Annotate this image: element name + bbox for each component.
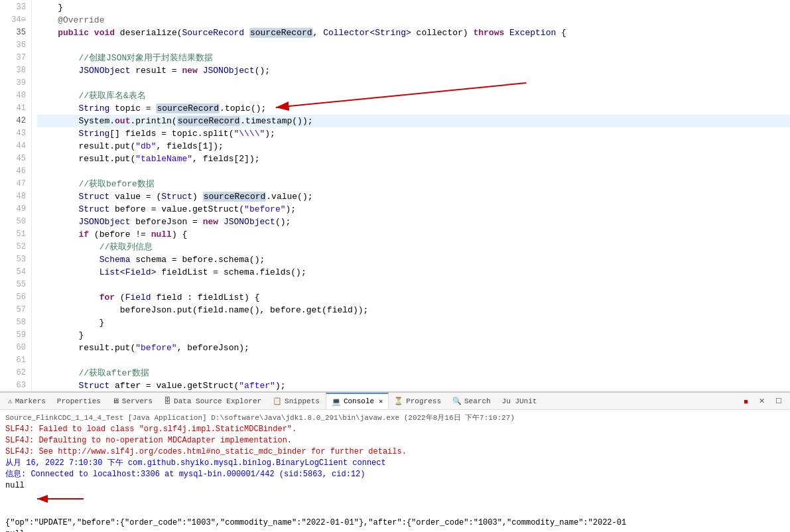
code-line-47: //获取before数据 xyxy=(37,178,790,190)
code-container: 33 34⊖ 35 36 37 38 39 40 41 42 43 44 45 … xyxy=(0,0,790,391)
code-line-46 xyxy=(37,165,790,178)
tab-properties[interactable]: Properties xyxy=(52,393,107,409)
code-line-43: String[] fields = topic.split("\\\\"); xyxy=(37,127,790,140)
code-line-53: Schema schema = before.schema(); xyxy=(37,253,790,266)
code-line-63: Struct after = value.getStruct("after"); xyxy=(37,379,790,391)
code-line-44: result.put("db", fields[1]); xyxy=(37,140,790,153)
tab-properties-label: Properties xyxy=(57,397,101,405)
progress-icon: ⏳ xyxy=(394,397,403,405)
code-line-62: //获取after数据 xyxy=(37,367,790,379)
code-line-61 xyxy=(37,354,790,367)
console-line-8: null xyxy=(5,529,785,532)
tab-junit-label: Ju JUnit xyxy=(502,397,537,405)
code-line-58: } xyxy=(37,316,790,329)
code-line-36 xyxy=(37,39,790,52)
console-line-7: {"op":"UPDATE","before":{"order_code":"1… xyxy=(5,517,785,529)
tab-data-source-label: Data Source Explorer xyxy=(174,397,261,405)
console-line-3: SLF4J: See http://www.slf4j.org/codes.ht… xyxy=(5,446,785,458)
console-header: Source_FlinkCDC_1_14_4_Test [Java Applic… xyxy=(5,413,785,423)
code-line-49: Struct before = value.getStruct("before"… xyxy=(37,203,790,216)
console-output[interactable]: Source_FlinkCDC_1_14_4_Test [Java Applic… xyxy=(0,410,790,532)
data-source-icon: 🗄 xyxy=(164,397,171,405)
tab-junit[interactable]: Ju JUnit xyxy=(497,393,543,409)
code-line-51: if (before != null) { xyxy=(37,228,790,241)
tab-servers[interactable]: 🖥 Servers xyxy=(107,393,159,409)
editor-area: 33 34⊖ 35 36 37 38 39 40 41 42 43 44 45 … xyxy=(0,0,790,391)
tab-bar: ⚠ Markers Properties 🖥 Servers 🗄 Data So… xyxy=(0,393,790,410)
code-line-48: Struct value = (Struct) sourceRecord.val… xyxy=(37,190,790,203)
code-line-40: //获取库名&表名 xyxy=(37,90,790,102)
code-line-38: JSONObject result = new JSONObject(); xyxy=(37,64,790,77)
search-icon: 🔍 xyxy=(452,397,462,405)
code-line-52: //获取列信息 xyxy=(37,241,790,253)
console-terminate-button[interactable]: ✕ xyxy=(756,395,767,407)
tab-console-label: Console xyxy=(344,397,374,405)
tab-bar-right: ■ ✕ ☐ xyxy=(741,395,787,407)
tab-snippets[interactable]: 📋 Snippets xyxy=(267,393,326,409)
line-numbers: 33 34⊖ 35 36 37 38 39 40 41 42 43 44 45 … xyxy=(0,0,32,391)
tab-markers[interactable]: ⚠ Markers xyxy=(3,393,52,409)
tab-search[interactable]: 🔍 Search xyxy=(447,393,497,409)
console-line-6: null xyxy=(5,480,785,517)
tab-servers-label: Servers xyxy=(122,397,153,405)
console-stop-button[interactable]: ■ xyxy=(741,396,751,407)
console-icon: 💻 xyxy=(332,397,341,406)
bottom-red-arrow xyxy=(34,492,87,506)
code-line-42: System.out.println(sourceRecord.timestam… xyxy=(37,115,790,127)
tab-markers-label: Markers xyxy=(15,397,46,405)
console-line-1: SLF4J: Failed to load class "org.slf4j.i… xyxy=(5,424,785,435)
code-line-33: } xyxy=(37,1,790,14)
console-line-2: SLF4J: Defaulting to no-operation MDCAda… xyxy=(5,435,785,446)
code-line-35: public void deserialize(SourceRecord sou… xyxy=(37,27,790,39)
code-line-50: JSONObject beforeJson = new JSONObject()… xyxy=(37,216,790,228)
servers-icon: 🖥 xyxy=(112,397,119,405)
console-line-5: 信息: Connected to localhost:3306 at mysql… xyxy=(5,469,785,480)
code-line-54: List<Field> fieldList = schema.fields(); xyxy=(37,266,790,279)
code-line-56: for (Field field : fieldList) { xyxy=(37,291,790,304)
tab-console[interactable]: 💻 Console ✕ xyxy=(326,393,389,409)
console-line-4: 从月 16, 2022 7:10:30 下午 com.github.shyiko… xyxy=(5,458,785,469)
tab-progress[interactable]: ⏳ Progress xyxy=(389,393,447,409)
console-minimize-button[interactable]: ☐ xyxy=(773,395,785,407)
code-line-37: //创建JSON对象用于封装结果数据 xyxy=(37,52,790,64)
tab-data-source[interactable]: 🗄 Data Source Explorer xyxy=(159,393,267,409)
tab-snippets-label: Snippets xyxy=(285,397,320,405)
code-line-60: result.put("before", beforeJson); xyxy=(37,342,790,354)
tab-search-label: Search xyxy=(464,397,491,405)
tab-progress-label: Progress xyxy=(406,397,441,405)
code-line-45: result.put("tableName", fields[2]); xyxy=(37,153,790,165)
bottom-panel: ⚠ Markers Properties 🖥 Servers 🗄 Data So… xyxy=(0,391,790,532)
code-line-34: @Override xyxy=(37,14,790,27)
code-line-55 xyxy=(37,279,790,291)
code-line-57: beforeJson.put(field.name(), before.get(… xyxy=(37,304,790,316)
snippets-icon: 📋 xyxy=(273,397,282,405)
code-lines[interactable]: } @Override public void deserialize(Sour… xyxy=(32,0,790,391)
markers-icon: ⚠ xyxy=(8,397,13,405)
code-line-39 xyxy=(37,77,790,90)
code-line-41: String topic = sourceRecord.topic(); xyxy=(37,102,790,115)
console-close-icon[interactable]: ✕ xyxy=(379,397,383,405)
code-line-59: } xyxy=(37,329,790,342)
